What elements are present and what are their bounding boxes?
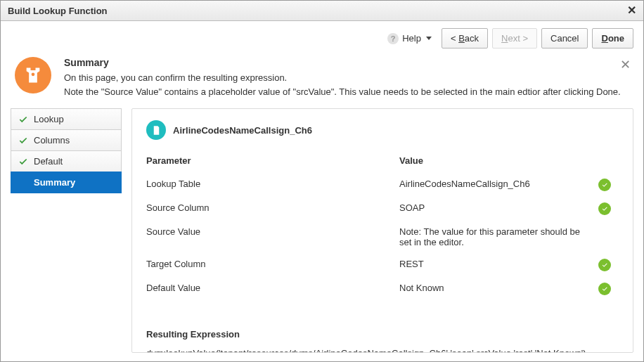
header-parameter: Parameter [146, 155, 399, 166]
param-name: Default Value [146, 283, 399, 293]
resulting-heading: Resulting Expression [146, 329, 619, 340]
wizard-step-lookup[interactable]: Lookup [11, 108, 122, 129]
summary-line2: Note the "Source Value" contains a place… [64, 85, 621, 99]
param-row: Source ValueNote: The value for this par… [146, 221, 619, 253]
wizard-step-label: Lookup [34, 114, 64, 124]
resulting-section: Resulting Expression dvm:lookupValue('te… [146, 329, 619, 353]
ok-icon [598, 179, 611, 191]
param-value: AirlineCodesNameCallsign_Ch6 [399, 179, 591, 189]
param-row: Lookup TableAirlineCodesNameCallsign_Ch6 [146, 173, 619, 197]
wizard-step-label: Default [34, 156, 63, 167]
param-value: REST [399, 259, 591, 269]
help-icon: ? [387, 33, 399, 44]
content-header: AirlineCodesNameCallsign_Ch6 [146, 120, 619, 140]
dialog: Build Lookup Function ✕ ? Help < Back Ne… [0, 0, 644, 362]
done-button-label: D [601, 33, 607, 44]
param-name: Source Value [146, 226, 399, 237]
wizard-steps: LookupColumnsDefaultSummary [1, 108, 122, 361]
wizard-step-default[interactable]: Default [11, 150, 122, 172]
header-value: Value [399, 155, 591, 166]
param-value: Note: The value for this parameter shoul… [399, 226, 591, 247]
help-dropdown[interactable]: ? Help [387, 33, 432, 44]
param-name: Target Column [146, 259, 399, 269]
param-row: Target ColumnREST [146, 253, 619, 277]
window-title: Build Lookup Function [8, 6, 108, 16]
ok-icon [598, 259, 611, 271]
toolbar: ? Help < Back Next > Cancel Done [1, 21, 643, 53]
ok-icon [598, 202, 611, 215]
wizard-step-columns[interactable]: Columns [11, 129, 122, 150]
chevron-down-icon [426, 37, 432, 40]
summary-panel: Summary On this page, you can confirm th… [1, 53, 643, 108]
wizard-step-summary[interactable]: Summary [11, 172, 122, 193]
param-table-header: Parameter Value [146, 153, 619, 173]
back-button[interactable]: < Back [442, 28, 488, 49]
param-status [591, 202, 619, 215]
cancel-button[interactable]: Cancel [541, 28, 588, 49]
param-status [591, 283, 619, 295]
content-panel: AirlineCodesNameCallsign_Ch6 Parameter V… [131, 108, 633, 353]
done-button[interactable]: Done [592, 28, 633, 49]
back-button-label: B [458, 33, 465, 44]
param-row: Default ValueNot Known [146, 277, 619, 301]
next-button-label: N [501, 33, 508, 44]
help-label: Help [402, 33, 421, 44]
titlebar: Build Lookup Function ✕ [1, 1, 643, 21]
summary-line1: On this page, you can confirm the result… [64, 71, 621, 85]
param-value: Not Known [399, 283, 591, 293]
param-row: Source ColumnSOAP [146, 197, 619, 221]
check-icon [18, 136, 28, 146]
param-value: SOAP [399, 202, 591, 213]
param-status [591, 259, 619, 271]
resulting-expression: dvm:lookupValue('tenant/resources/dvms/A… [146, 348, 619, 353]
param-name: Source Column [146, 202, 399, 213]
summary-heading: Summary [64, 57, 621, 68]
body: LookupColumnsDefaultSummary AirlineCodes… [1, 108, 643, 361]
close-icon[interactable]: ✕ [627, 5, 636, 16]
param-status [591, 179, 619, 191]
param-table-body: Lookup TableAirlineCodesNameCallsign_Ch6… [146, 173, 619, 301]
dismiss-summary-icon[interactable]: ✕ [620, 57, 631, 72]
next-button: Next > [492, 28, 537, 49]
summary-badge-icon [15, 57, 51, 93]
document-icon [146, 120, 166, 140]
lookup-table-name: AirlineCodesNameCallsign_Ch6 [173, 125, 312, 136]
wizard-step-label: Summary [34, 177, 75, 188]
wizard-step-label: Columns [34, 135, 70, 146]
summary-text: Summary On this page, you can confirm th… [64, 57, 621, 98]
ok-icon [598, 283, 611, 295]
check-icon [18, 157, 28, 167]
check-icon [18, 115, 28, 124]
param-name: Lookup Table [146, 179, 399, 189]
